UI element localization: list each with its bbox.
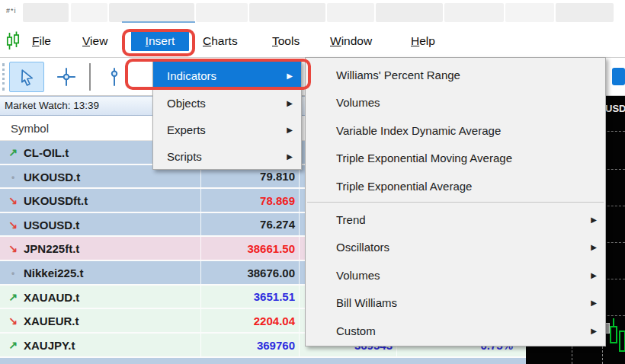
submenu-arrow-icon: ▶ — [591, 327, 597, 335]
vertical-line-icon — [104, 66, 125, 88]
cursor-tool-button[interactable] — [9, 62, 44, 92]
trend-icon — [6, 194, 20, 206]
green-candle — [610, 326, 617, 343]
menu-item-bill-williams[interactable]: Bill Williams ▶ — [306, 289, 605, 317]
menu-item-scripts[interactable]: Scripts ▶ — [153, 142, 301, 170]
menu-insert[interactable]: Insert — [131, 31, 189, 51]
menu-item-custom[interactable]: Custom ▶ — [306, 317, 605, 344]
symbol-name: USOUSD.t — [24, 218, 79, 231]
menu-item-label: Custom — [336, 324, 376, 337]
menu-item-indicators[interactable]: Indicators ▶ — [153, 62, 301, 89]
submenu-arrow-icon: ▶ — [591, 299, 597, 307]
symbol-name: CL-OIL.t — [24, 146, 69, 159]
blur-block — [71, 3, 107, 22]
partial-toolbar-button[interactable] — [612, 68, 625, 85]
crosshair-tool-button[interactable] — [49, 62, 84, 92]
candle-wick — [613, 318, 614, 326]
submenu-arrow-icon: ▶ — [287, 99, 293, 107]
submenu-arrow-icon: ▶ — [591, 271, 597, 279]
trend-icon — [6, 339, 20, 351]
menu-item-triple-exponential-moving-average[interactable]: Triple Exponential Moving Average — [306, 145, 605, 172]
menu-item-label: Indicators — [167, 69, 216, 82]
symbol-name: JPN225ft.t — [24, 242, 79, 255]
bid-value: 3651.51 — [200, 286, 299, 308]
menu-item-label: Williams' Percent Range — [336, 69, 460, 81]
menu-item-label: Oscillators — [336, 241, 389, 254]
submenu-arrow-icon: ▶ — [287, 126, 293, 134]
menu-item-volumes[interactable]: Volumes — [306, 89, 605, 117]
trend-icon — [6, 291, 20, 303]
menu-bar: File View Insert Charts Tools Window Hel… — [0, 24, 625, 58]
trend-icon — [6, 171, 20, 183]
vertical-line-tool-button[interactable] — [98, 62, 131, 92]
blur-block — [376, 3, 443, 22]
menu-window[interactable]: Window — [330, 34, 372, 48]
menu-separator — [307, 202, 604, 203]
menu-item-triple-exponential-average[interactable]: Triple Exponential Average — [306, 172, 605, 200]
menu-item-experts[interactable]: Experts ▶ — [153, 116, 301, 143]
blur-block — [444, 3, 504, 22]
menu-item-label: Triple Exponential Average — [336, 180, 472, 193]
toolbar-grip-handle[interactable] — [2, 63, 5, 91]
menu-tools[interactable]: Tools — [272, 34, 300, 48]
submenu-arrow-icon: ▶ — [287, 72, 293, 80]
green-candle — [619, 330, 625, 352]
blur-underline — [122, 21, 195, 23]
menu-item-label: Objects — [167, 97, 206, 110]
menu-item-label: Experts — [167, 123, 206, 136]
symbol-name: UKOUSDft.t — [24, 194, 88, 207]
blur-block — [109, 3, 194, 22]
trend-icon — [6, 315, 20, 327]
bid-value: 38676.00 — [200, 261, 299, 284]
trend-icon — [6, 242, 20, 254]
menu-file[interactable]: File — [32, 34, 51, 48]
chart-symbol-label: USD — [605, 103, 625, 114]
blurred-titlebar: #*i — [0, 0, 625, 24]
insert-dropdown-menu: Indicators ▶ Objects ▶ Experts ▶ Scripts… — [152, 60, 302, 170]
bid-value: 78.869 — [200, 189, 299, 212]
menu-item-label: Volumes — [336, 269, 380, 282]
bid-value: 76.274 — [200, 213, 299, 235]
menu-item-label: Trend — [336, 213, 366, 226]
blur-block — [327, 3, 374, 22]
menu-item-volumes-group[interactable]: Volumes ▶ — [306, 261, 605, 289]
menu-item-objects[interactable]: Objects ▶ — [153, 89, 301, 117]
bid-value: 2204.04 — [200, 309, 299, 332]
bid-value: 38661.50 — [200, 237, 299, 260]
trend-icon — [6, 219, 20, 231]
blur-block — [23, 3, 69, 22]
symbol-name: Nikkei225.t — [24, 267, 83, 279]
trend-icon — [6, 146, 20, 158]
menu-item-label: Triple Exponential Moving Average — [336, 152, 512, 164]
toolbar-separator — [89, 63, 91, 91]
indicators-submenu: Williams' Percent Range Volumes Variable… — [305, 57, 606, 346]
blur-block — [196, 3, 248, 22]
bid-value: 369760 — [200, 334, 299, 356]
menu-help[interactable]: Help — [411, 34, 435, 48]
menu-item-variable-index-dynamic-average[interactable]: Variable Index Dynamic Average — [306, 117, 605, 144]
blur-block — [505, 3, 554, 22]
cursor-icon — [18, 68, 37, 87]
submenu-arrow-icon: ▶ — [591, 216, 597, 224]
crosshair-icon — [56, 66, 77, 88]
blur-block — [556, 3, 614, 22]
symbol-name: XAUJPY.t — [24, 339, 75, 352]
symbol-name: UKOUSD.t — [24, 170, 80, 183]
submenu-arrow-icon: ▶ — [591, 243, 597, 251]
menu-charts[interactable]: Charts — [203, 34, 238, 48]
blur-block — [249, 3, 325, 22]
menu-item-williams-percent-range[interactable]: Williams' Percent Range — [306, 61, 605, 88]
menu-item-label: Volumes — [336, 96, 380, 109]
menu-item-label: Scripts — [167, 150, 202, 163]
symbol-name: XAUAUD.t — [24, 290, 79, 303]
menu-item-trend[interactable]: Trend ▶ — [306, 206, 605, 233]
submenu-arrow-icon: ▶ — [287, 152, 293, 161]
menu-item-oscillators[interactable]: Oscillators ▶ — [306, 234, 605, 261]
symbol-name: XAUEUR.t — [24, 315, 79, 327]
titlebar-blur-fragment: #*i — [6, 7, 17, 14]
market-watch-row[interactable] — [0, 358, 526, 364]
menu-view[interactable]: View — [82, 34, 107, 48]
menu-item-label: Bill Williams — [336, 296, 397, 309]
trend-icon — [6, 267, 20, 279]
candlestick-logo-icon — [6, 31, 20, 51]
